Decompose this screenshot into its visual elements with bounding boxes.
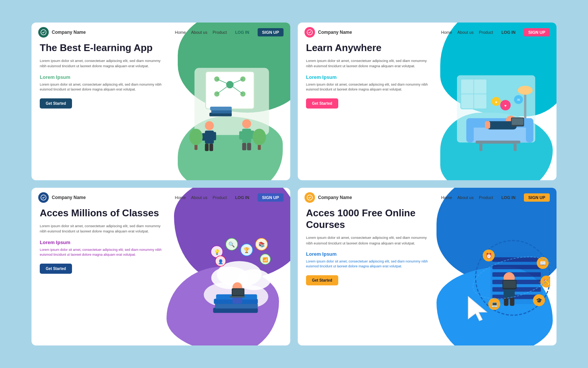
card-content: Acces Millions of Classes Lorem ipsum do… xyxy=(32,207,174,282)
nav-home[interactable]: Home xyxy=(441,30,452,35)
nav-home[interactable]: Home xyxy=(441,195,452,200)
svg-rect-43 xyxy=(480,143,483,151)
svg-rect-49 xyxy=(512,118,524,125)
svg-point-28 xyxy=(189,129,203,145)
svg-rect-44 xyxy=(514,143,517,151)
login-button[interactable]: LOG IN xyxy=(498,29,519,36)
lorem-ipsum-body: Lorem ipsum dolor sit amet, consectetuer… xyxy=(306,259,432,269)
svg-rect-14 xyxy=(210,107,232,110)
navbar: Company Name Home About us Product LOG I… xyxy=(32,23,290,42)
svg-point-4 xyxy=(214,77,220,82)
svg-point-5 xyxy=(240,77,246,82)
svg-text:📶: 📶 xyxy=(262,257,268,262)
svg-rect-18 xyxy=(213,132,216,140)
signup-button[interactable]: SIGN UP xyxy=(258,193,284,202)
card-content: Learn Anywhere Lorem ipsum dolor sit ame… xyxy=(298,42,440,117)
svg-rect-86 xyxy=(492,257,541,262)
company-name: Company Name xyxy=(52,30,86,35)
svg-text:★: ★ xyxy=(495,100,498,104)
svg-point-7 xyxy=(240,91,246,97)
main-title: Acces 1000 Free Online Courses xyxy=(306,207,432,231)
navbar: Company Name Home About us Product LOG I… xyxy=(298,188,556,207)
lorem-ipsum-title: Lorem Ipsum xyxy=(40,74,166,80)
svg-rect-40 xyxy=(466,118,474,143)
nav-links: Home About us Product LOG IN SIGN UP xyxy=(441,193,550,202)
svg-text:✏️: ✏️ xyxy=(543,279,550,285)
lorem-ipsum-body: Lorem ipsum dolor sit amet, consectetuer… xyxy=(306,82,432,92)
logo: Company Name xyxy=(38,27,86,38)
body-text: Lorem ipsum dolor sit amet, consectetuer… xyxy=(40,58,166,69)
svg-rect-106 xyxy=(504,298,508,306)
svg-rect-107 xyxy=(510,298,514,306)
svg-text:✉: ✉ xyxy=(517,98,520,102)
illustration: 💡 🔍 🏆 📚 👤 📶 xyxy=(166,203,290,345)
navbar: Company Name Home About us Product LOG I… xyxy=(298,23,556,42)
company-name: Company Name xyxy=(52,195,86,200)
svg-rect-74 xyxy=(213,308,258,313)
svg-rect-26 xyxy=(247,143,251,150)
logo-icon xyxy=(38,27,49,38)
main-grid: Company Name Home About us Product LOG I… xyxy=(32,23,556,345)
nav-product[interactable]: Product xyxy=(213,30,227,35)
svg-rect-19 xyxy=(205,143,209,151)
lorem-ipsum-title: Lorem Ipsum xyxy=(306,74,432,80)
svg-rect-89 xyxy=(492,280,541,284)
company-name: Company Name xyxy=(318,30,352,35)
nav-about[interactable]: About us xyxy=(191,195,207,200)
svg-rect-2 xyxy=(206,72,254,109)
svg-rect-20 xyxy=(210,143,213,151)
svg-rect-75 xyxy=(215,303,258,308)
svg-point-37 xyxy=(518,86,533,95)
nav-about[interactable]: About us xyxy=(458,195,474,200)
card-millions-classes: Company Name Home About us Product LOG I… xyxy=(32,188,290,345)
get-started-button[interactable]: Get Started xyxy=(40,264,72,274)
get-started-button[interactable]: Get Started xyxy=(306,275,338,285)
card-elearning-app: Company Name Home About us Product LOG I… xyxy=(32,23,290,180)
card-content: Acces 1000 Free Online Courses Lorem ips… xyxy=(298,207,440,294)
svg-rect-23 xyxy=(239,131,244,140)
main-title: Learn Anywhere xyxy=(306,42,432,54)
get-started-button[interactable]: Get Started xyxy=(306,98,338,109)
logo: Company Name xyxy=(38,192,86,203)
svg-text:📖: 📖 xyxy=(540,260,546,267)
svg-text:♥: ♥ xyxy=(504,104,507,108)
svg-rect-25 xyxy=(242,143,246,150)
login-button[interactable]: LOG IN xyxy=(498,194,519,201)
get-started-button[interactable]: Get Started xyxy=(40,98,72,109)
nav-home[interactable]: Home xyxy=(175,195,186,200)
svg-rect-82 xyxy=(230,296,245,298)
nav-product[interactable]: Product xyxy=(479,30,493,35)
nav-product[interactable]: Product xyxy=(479,195,493,200)
nav-product[interactable]: Product xyxy=(213,195,227,200)
svg-point-30 xyxy=(253,129,266,145)
nav-about[interactable]: About us xyxy=(191,30,207,35)
signup-button[interactable]: SIGN UP xyxy=(524,193,550,202)
svg-marker-108 xyxy=(468,297,487,321)
logo-icon xyxy=(38,192,49,203)
body-text: Lorem ipsum dolor sit amet, consectetuer… xyxy=(306,58,432,69)
signup-button[interactable]: SIGN UP xyxy=(258,28,284,36)
svg-rect-88 xyxy=(492,272,541,277)
nav-links: Home About us Product LOG IN SIGN UP xyxy=(175,28,284,36)
card-online-courses: Company Name Home About us Product LOG I… xyxy=(298,188,556,345)
nav-home[interactable]: Home xyxy=(175,30,186,35)
svg-text:💡: 💡 xyxy=(214,249,220,255)
login-button[interactable]: LOG IN xyxy=(232,194,252,201)
svg-text:💻: 💻 xyxy=(491,301,498,308)
login-button[interactable]: LOG IN xyxy=(232,29,252,36)
svg-text:📚: 📚 xyxy=(258,241,265,248)
illustration xyxy=(166,38,290,180)
company-name: Company Name xyxy=(318,195,352,200)
signup-button[interactable]: SIGN UP xyxy=(524,28,550,36)
logo-icon xyxy=(304,192,315,203)
svg-rect-42 xyxy=(476,140,520,143)
svg-text:⏰: ⏰ xyxy=(486,253,492,259)
nav-links: Home About us Product LOG IN SIGN UP xyxy=(441,28,550,36)
svg-rect-41 xyxy=(526,118,534,143)
svg-text:🎓: 🎓 xyxy=(536,298,543,304)
lorem-ipsum-body: Lorem ipsum dolor sit amet, consectetuer… xyxy=(40,247,166,258)
nav-about[interactable]: About us xyxy=(458,30,474,35)
svg-point-21 xyxy=(242,119,251,128)
logo: Company Name xyxy=(304,27,352,38)
svg-rect-47 xyxy=(485,121,490,129)
